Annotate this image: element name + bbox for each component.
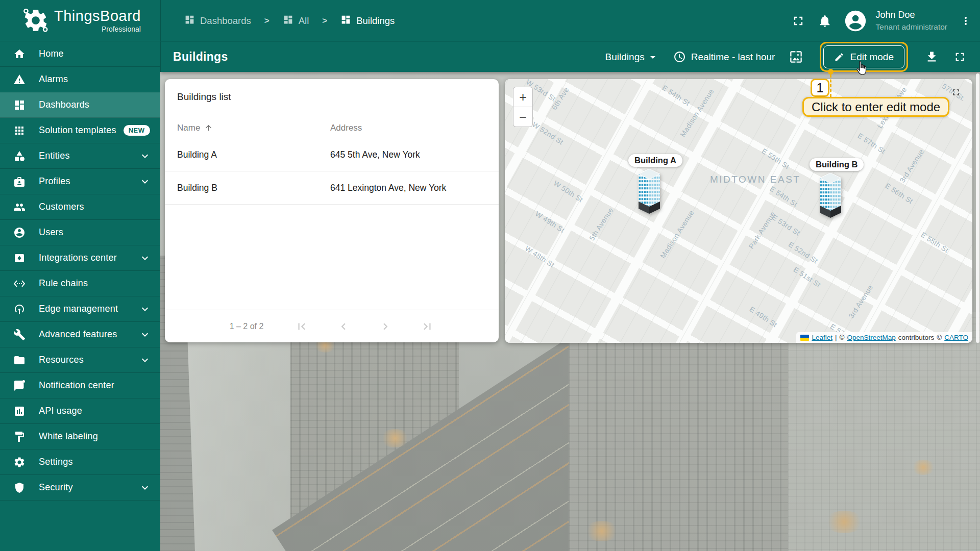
first-page-icon[interactable] [295, 320, 308, 333]
chevron-down-icon [139, 482, 151, 494]
last-page-icon[interactable] [421, 320, 434, 333]
user-info[interactable]: John Doe Tenant administrator [876, 10, 947, 32]
chevron-down-icon [139, 176, 151, 188]
sidebar-item-label: Settings [39, 457, 73, 467]
folder-icon [13, 354, 26, 366]
map-street-grid [505, 79, 972, 343]
sidebar-item-label: Profiles [39, 176, 70, 187]
widget-title: Buildings list [165, 79, 499, 103]
image-gallery-icon[interactable] [789, 50, 803, 64]
breadcrumb-label: All [299, 15, 309, 27]
dashboard-icon [184, 14, 195, 27]
chevron-right-icon[interactable] [379, 320, 392, 333]
sidebar-item-white-labeling[interactable]: White labeling [0, 424, 160, 449]
table-row-building-a[interactable]: Building A645 5th Ave, New York [165, 138, 499, 171]
brand-subtitle: Professional [54, 26, 141, 33]
sidebar-item-resources[interactable]: Resources [0, 347, 160, 373]
dashboard-state-select[interactable]: Buildings [605, 51, 659, 63]
sidebar-item-integrations-center[interactable]: Integrations center [0, 245, 160, 271]
chevron-down-icon [139, 150, 151, 162]
breadcrumb-label: Dashboards [200, 15, 251, 27]
breadcrumb-separator: > [322, 16, 327, 26]
breadcrumb-item-dashboards[interactable]: Dashboards [184, 14, 251, 27]
sidebar-item-label: Users [39, 227, 63, 238]
zoom-in-button[interactable]: + [513, 87, 532, 107]
sidebar-item-notification-center[interactable]: Notification center [0, 373, 160, 398]
column-header-address[interactable]: Address [330, 123, 486, 133]
map-expand-icon[interactable] [951, 87, 961, 97]
map-marker-label-building-a[interactable]: Building A [628, 154, 682, 167]
shield-icon [13, 482, 26, 494]
leaflet-link[interactable]: Leaflet [812, 334, 832, 341]
sidebar-item-profiles[interactable]: Profiles [0, 169, 160, 194]
chevron-down-icon [139, 303, 151, 315]
sidebar-item-advanced-features[interactable]: Advanced features [0, 322, 160, 347]
sidebar-item-label: Solution templates [39, 125, 116, 136]
map-attribution: Leaflet | © OpenStreetMap contributors ©… [796, 332, 972, 343]
breadcrumb-item-buildings[interactable]: Buildings [340, 14, 395, 27]
carto-link[interactable]: CARTO [944, 334, 968, 341]
map-marker-building-icon-building-b[interactable] [820, 173, 841, 220]
sidebar-item-api-usage[interactable]: API usage [0, 398, 160, 424]
topbar: Dashboards>All>Buildings John Doe Tenant… [160, 0, 980, 42]
sidebar-item-label: Integrations center [39, 253, 117, 263]
sidebar-item-solution-templates[interactable]: Solution templatesNEW [0, 118, 160, 143]
buildings-list-widget: Buildings list Name Address Building A64… [165, 79, 499, 342]
paginator-buttons [295, 320, 434, 333]
tools-icon [13, 329, 26, 341]
sidebar-item-rule-chains[interactable]: Rule chains [0, 271, 160, 296]
breadcrumb-item-all[interactable]: All [283, 14, 309, 27]
sidebar-item-entities[interactable]: Entities [0, 143, 160, 169]
sidebar-item-security[interactable]: Security [0, 475, 160, 500]
edit-mode-label: Edit mode [850, 52, 894, 63]
table-row-building-b[interactable]: Building B641 Lexington Ave, New York [165, 171, 499, 205]
map-marker-label-building-b[interactable]: Building B [810, 158, 864, 171]
column-header-name[interactable]: Name [177, 123, 330, 133]
sidebar-item-settings[interactable]: Settings [0, 449, 160, 475]
dashboard-icon [340, 14, 351, 27]
sidebar-item-home[interactable]: Home [0, 41, 160, 67]
edit-mode-button[interactable]: Edit mode [823, 45, 904, 68]
breadcrumb-separator: > [264, 16, 270, 26]
sidebar-item-dashboards[interactable]: Dashboards [0, 92, 160, 118]
osm-link[interactable]: OpenStreetMap [847, 334, 895, 341]
sidebar-item-label: Advanced features [39, 329, 117, 340]
cell-name: Building B [177, 183, 330, 193]
sidebar-item-label: Resources [39, 355, 84, 365]
more-vert-icon[interactable] [960, 14, 972, 28]
download-icon[interactable] [925, 50, 939, 64]
chart-icon [13, 405, 26, 417]
sidebar-item-customers[interactable]: Customers [0, 194, 160, 220]
sidebar-item-label: Customers [39, 202, 84, 212]
user-name: John Doe [876, 10, 947, 21]
sidebar-item-label: Entities [39, 151, 70, 161]
map-marker-building-icon-building-a[interactable] [639, 169, 660, 216]
page-scrollbar[interactable] [976, 73, 979, 343]
chevron-left-icon[interactable] [337, 320, 350, 333]
sidebar-item-edge-management[interactable]: Edge management [0, 296, 160, 322]
chevron-down-icon [139, 252, 151, 264]
zoom-out-button[interactable]: − [513, 107, 532, 127]
fullscreen-icon[interactable] [791, 14, 805, 28]
rule-chain-icon [13, 278, 26, 290]
notifications-bell-icon[interactable] [818, 14, 832, 28]
brand-logo[interactable]: ThingsBoard Professional [0, 0, 160, 41]
badge-id-icon [13, 176, 26, 188]
sidebar-item-alarms[interactable]: Alarms [0, 67, 160, 92]
dashboard-icon [13, 99, 26, 111]
attrib-copy: © [839, 334, 844, 341]
dashboard-content: Buildings list Name Address Building A64… [160, 72, 980, 551]
column-label: Address [330, 123, 362, 133]
attrib-sep: | [835, 334, 837, 341]
toolbar-controls: Buildings Realtime - last hour Edit mode [605, 45, 967, 68]
fullscreen-dashboard-icon[interactable] [953, 50, 967, 64]
sidebar-item-label: API usage [39, 406, 82, 416]
avatar[interactable] [844, 10, 867, 32]
sidebar-item-label: Dashboards [39, 99, 89, 110]
sidebar-item-label: Security [39, 482, 73, 493]
edit-mode-wrap: Edit mode [823, 45, 904, 68]
timewindow-button[interactable]: Realtime - last hour [673, 51, 775, 63]
sidebar-item-users[interactable]: Users [0, 220, 160, 245]
dashboard-title: Buildings [173, 50, 228, 64]
map-viewport[interactable]: W 53rd St6th AveW 52nd StE 54th StW 50th… [505, 79, 972, 343]
